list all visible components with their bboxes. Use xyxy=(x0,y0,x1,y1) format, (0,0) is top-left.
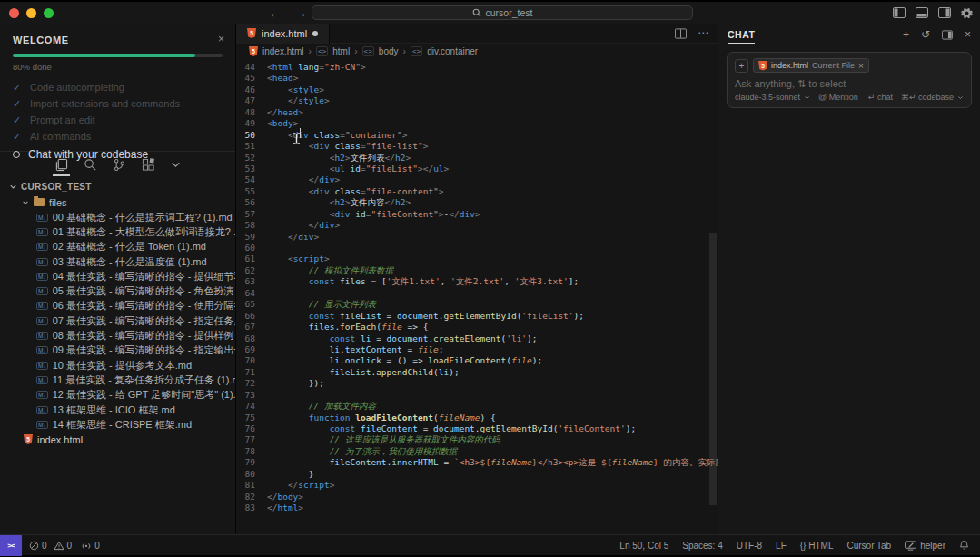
tree-item-md[interactable]: M↓01 基础概念 - 大模型怎么做到词语接龙? .md xyxy=(0,224,235,239)
tree-item-md[interactable]: M↓03 基础概念 - 什么是温度值 (1).md xyxy=(0,254,235,269)
mention-button[interactable]: @ Mention xyxy=(818,93,858,102)
command-center-search[interactable]: cursor_test xyxy=(312,5,693,20)
code-line[interactable]: 80 } xyxy=(236,469,718,480)
tree-folder-files[interactable]: files xyxy=(0,194,235,210)
tree-item-md[interactable]: M↓14 框架思维 - CRISPE 框架.md xyxy=(0,417,235,432)
chat-history-icon[interactable]: ↺ xyxy=(921,28,930,41)
model-selector[interactable]: claude-3.5-sonnet xyxy=(735,93,810,102)
problems-indicator[interactable]: 0 0 xyxy=(29,541,72,551)
language-mode-indicator[interactable]: {} HTML xyxy=(800,541,834,551)
open-chat-editor-icon[interactable] xyxy=(942,30,953,40)
tab-index-html[interactable]: index.html xyxy=(236,24,330,44)
encoding-indicator[interactable]: UTF-8 xyxy=(737,541,762,551)
code-line[interactable]: 48</head> xyxy=(236,107,718,118)
tree-item-md[interactable]: M↓04 最佳实践 - 编写清晰的指令 - 提供细节和背景 (1... xyxy=(0,269,235,283)
toggle-secondary-sidebar-icon[interactable] xyxy=(938,7,951,18)
toggle-panel-icon[interactable] xyxy=(916,7,928,18)
code-line[interactable]: 55 <div class="file-content"> xyxy=(236,186,718,197)
indentation-indicator[interactable]: Spaces: 4 xyxy=(682,541,722,551)
remove-chip-icon[interactable]: × xyxy=(858,61,864,71)
code-line[interactable]: 58 </div> xyxy=(236,220,718,231)
code-line[interactable]: 49<body> xyxy=(236,118,718,129)
zoom-window-button[interactable] xyxy=(44,8,54,18)
minimize-window-button[interactable] xyxy=(26,8,36,18)
code-line[interactable]: 72 }); xyxy=(236,378,718,389)
code-area[interactable]: 44<html lang="zh-CN">45<head>46 <style>4… xyxy=(236,59,718,534)
code-line[interactable]: 57 <div id="fileContent">-</div> xyxy=(236,209,718,220)
code-line[interactable]: 59 </div> xyxy=(236,232,718,243)
tree-item-md[interactable]: M↓12 最佳实践 - 给 GPT 足够时间"思考" (1).md xyxy=(0,388,235,403)
code-line[interactable]: 65 // 显示文件列表 xyxy=(236,299,718,310)
tree-item-md[interactable]: M↓07 最佳实践 - 编写清晰的指令 - 指定任务所需步骤 ... xyxy=(0,313,235,328)
add-context-button[interactable]: + xyxy=(735,59,748,73)
code-line[interactable]: 54 </div> xyxy=(236,174,718,185)
code-line[interactable]: 79 fileContent.innerHTML = `<h3>${fileNa… xyxy=(236,457,718,468)
welcome-step-done[interactable]: ✓Code autocompleting xyxy=(13,79,223,95)
code-line[interactable]: 51 <div class="file-list"> xyxy=(236,141,718,152)
close-chat-icon[interactable]: × xyxy=(965,28,971,41)
tree-item-md[interactable]: M↓08 最佳实践 - 编写清晰的指令 - 提供样例 (1).md xyxy=(0,328,235,343)
breadcrumb-item[interactable]: div.container xyxy=(427,46,478,56)
cursor-position-indicator[interactable]: Ln 50, Col 5 xyxy=(619,541,668,551)
tree-item-md[interactable]: M↓13 框架思维 - ICIO 框架.md xyxy=(0,403,235,417)
chat-input-box[interactable]: + index.html Current File × Ask anything… xyxy=(727,52,972,108)
breadcrumb-item[interactable]: index.html xyxy=(262,46,304,56)
tab-chat[interactable]: CHAT xyxy=(728,29,755,44)
code-line[interactable]: 82</body> xyxy=(236,492,718,502)
code-line[interactable]: 47 </style> xyxy=(236,95,718,106)
code-line[interactable]: 46 <style> xyxy=(236,85,718,95)
code-line[interactable]: 53 <ul id="fileList"></ul> xyxy=(236,164,718,174)
more-actions-icon[interactable]: ⋯ xyxy=(698,28,708,39)
tree-item-md[interactable]: M↓10 最佳实践 - 提供参考文本.md xyxy=(0,358,235,373)
code-line[interactable]: 76 const fileContent = document.getEleme… xyxy=(236,423,718,434)
code-line[interactable]: 74 // 加载文件内容 xyxy=(236,401,718,412)
tree-item-md[interactable]: M↓00 基础概念 - 什么是提示词工程? (1).md xyxy=(0,210,235,224)
tree-item-md[interactable]: M↓06 最佳实践 - 编写清晰的指令 - 使用分隔符 (1).md xyxy=(0,299,235,313)
code-line[interactable]: 81 </script> xyxy=(236,480,718,491)
tree-item-md[interactable]: M↓02 基础概念 - 什么是 Token (1).md xyxy=(0,240,235,254)
code-line[interactable]: 70 li.onclick = () => loadFileContent(fi… xyxy=(236,355,718,366)
code-line[interactable]: 62 // 模拟文件列表数据 xyxy=(236,265,718,276)
settings-gear-icon[interactable] xyxy=(961,7,973,19)
extensions-tab-icon[interactable] xyxy=(142,155,155,175)
modified-dot-icon[interactable] xyxy=(312,31,318,36)
code-line[interactable]: 61 <script> xyxy=(236,254,718,264)
remote-indicator[interactable]: >< xyxy=(0,535,22,556)
context-chip-current-file[interactable]: index.html Current File × xyxy=(753,58,869,73)
more-views-chevron-icon[interactable] xyxy=(171,155,181,175)
welcome-close-icon[interactable]: × xyxy=(218,33,224,45)
code-line[interactable]: 71 fileList.appendChild(li); xyxy=(236,367,718,378)
explorer-tab-icon[interactable] xyxy=(54,155,68,175)
cursor-tab-indicator[interactable]: Cursor Tab xyxy=(846,541,891,551)
new-chat-icon[interactable]: + xyxy=(903,28,909,41)
code-line[interactable]: 45<head> xyxy=(236,73,718,84)
code-line[interactable]: 52 <h2>文件列表</h2> xyxy=(236,153,718,164)
code-line[interactable]: 60 xyxy=(236,243,718,254)
split-editor-icon[interactable] xyxy=(675,28,687,39)
code-line[interactable]: 56 <h2>文件内容</h2> xyxy=(236,197,718,208)
code-line[interactable]: 78 // 为了演示，我们使用模拟数据 xyxy=(236,446,718,457)
toggle-primary-sidebar-icon[interactable] xyxy=(893,7,906,18)
code-line[interactable]: 50 <div class="container"> xyxy=(236,130,718,141)
code-line[interactable]: 44<html lang="zh-CN"> xyxy=(236,62,718,73)
code-line[interactable]: 77 // 这里应该是从服务器获取文件内容的代码 xyxy=(236,434,718,445)
submit-codebase-button[interactable]: ⌘↵ codebase xyxy=(901,93,964,102)
helper-indicator[interactable]: helper xyxy=(905,541,945,551)
tree-item-md[interactable]: M↓05 最佳实践 - 编写清晰的指令 - 角色扮演 (1).md xyxy=(0,283,235,298)
eol-indicator[interactable]: LF xyxy=(776,541,787,551)
tree-item-md[interactable]: M↓09 最佳实践 - 编写清晰的指令 - 指定输出长度 (1)... xyxy=(0,343,235,358)
welcome-step-done[interactable]: ✓Prompt an edit xyxy=(13,112,223,128)
close-window-button[interactable] xyxy=(9,8,19,18)
editor-scrollbar[interactable] xyxy=(709,233,717,505)
source-control-tab-icon[interactable] xyxy=(113,155,126,175)
code-line[interactable]: 67 files.forEach(file => { xyxy=(236,322,718,333)
code-line[interactable]: 73 xyxy=(236,390,718,401)
breadcrumb-item[interactable]: body xyxy=(379,46,399,56)
code-line[interactable]: 66 const fileList = document.getElementB… xyxy=(236,311,718,322)
explorer-section-header[interactable]: CURSOR_TEST xyxy=(0,178,235,194)
search-tab-icon[interactable] xyxy=(84,155,97,175)
tree-item-md[interactable]: M↓11 最佳实践 - 复杂任务拆分成子任务 (1).md xyxy=(0,373,235,387)
code-line[interactable]: 75 function loadFileContent(fileName) { xyxy=(236,413,718,423)
ports-indicator[interactable]: 0 xyxy=(81,541,100,551)
code-line[interactable]: 63 const files = ['文件1.txt', '文件2.txt', … xyxy=(236,276,718,287)
